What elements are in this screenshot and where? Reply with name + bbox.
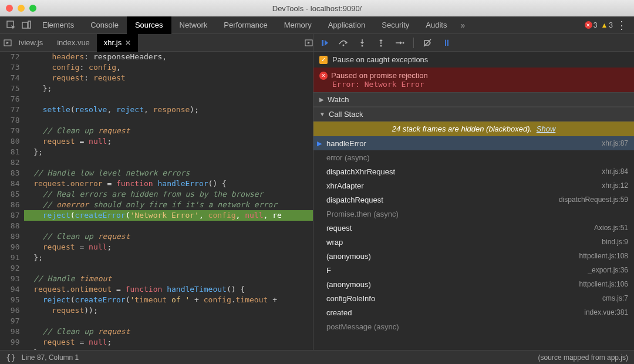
warning-badge[interactable]: ▲3 <box>601 21 613 29</box>
blackbox-notice: 24 stack frames are hidden (blackboxed).… <box>313 122 634 136</box>
sourcemap-info: (source mapped from app.js) <box>538 353 628 362</box>
callstack-section-header[interactable]: ▼ Call Stack <box>313 107 634 122</box>
zoom-window-button[interactable] <box>29 5 36 12</box>
svg-point-9 <box>403 42 404 43</box>
stack-async-boundary: postMessage (async) <box>313 319 634 333</box>
stack-frame[interactable]: wrapbind.js:9 <box>313 235 634 249</box>
stack-frame[interactable]: requestAxios.js:51 <box>313 221 634 235</box>
current-frame-icon: ▶ <box>317 140 322 147</box>
close-icon[interactable]: ✕ <box>125 39 131 47</box>
main-tab-security[interactable]: Security <box>373 16 417 34</box>
traffic-lights <box>6 5 36 12</box>
pretty-print-icon[interactable]: {} <box>6 353 16 362</box>
main-tab-elements[interactable]: Elements <box>34 16 82 34</box>
blackbox-show-link[interactable]: Show <box>537 124 556 133</box>
blackbox-message: 24 stack frames are hidden (blackboxed). <box>392 124 532 133</box>
deactivate-breakpoints-button[interactable] <box>421 36 434 49</box>
devtools-main-tabs: ElementsConsoleSourcesNetworkPerformance… <box>0 16 634 34</box>
error-icon: ✕ <box>319 72 328 80</box>
show-debugger-icon[interactable] <box>305 39 313 47</box>
cursor-position: Line 87, Column 1 <box>22 353 79 362</box>
main-tab-application[interactable]: Application <box>320 16 374 34</box>
stack-frame[interactable]: configRoleInfocms.js:7 <box>313 291 634 305</box>
checkbox-checked-icon[interactable]: ✓ <box>319 56 328 64</box>
debug-pane: ⏸ ✓ Pause on caught exceptions ✕Paused o… <box>313 34 634 350</box>
stack-frame[interactable]: dispatchRequestdispatchRequest.js:59 <box>313 193 634 207</box>
main-tab-audits[interactable]: Audits <box>417 16 455 34</box>
device-toolbar-icon[interactable] <box>19 18 34 33</box>
inspect-element-icon[interactable] <box>4 18 19 33</box>
paused-reason: Paused on promise rejection <box>331 71 428 80</box>
editor-statusbar: {} Line 87, Column 1 (source mapped from… <box>0 350 634 364</box>
watch-section-header[interactable]: ▶ Watch <box>313 92 634 107</box>
editor-pane: iview.jsindex.vuexhr.js✕ 727374757677787… <box>0 34 313 350</box>
paused-status: ✕Paused on promise rejection Error: Netw… <box>313 68 634 92</box>
more-tabs-icon[interactable]: » <box>455 18 470 33</box>
watch-label: Watch <box>328 95 349 104</box>
minimize-window-button[interactable] <box>18 5 25 12</box>
stack-async-boundary: Promise.then (async) <box>313 207 634 221</box>
code-editor[interactable]: 7273747576777879808182838485868788899091… <box>0 52 313 350</box>
resume-button[interactable] <box>318 36 331 49</box>
stack-async-boundary: error (async) <box>313 150 634 164</box>
main-tab-network[interactable]: Network <box>171 16 216 34</box>
error-badge[interactable]: ✕3 <box>585 21 598 29</box>
kebab-menu-icon[interactable]: ⋮ <box>613 19 630 32</box>
callstack-label: Call Stack <box>329 110 363 119</box>
debug-toolbar: ⏸ <box>313 34 634 52</box>
chevron-down-icon: ▼ <box>319 111 325 117</box>
file-tab[interactable]: index.vue <box>50 34 97 52</box>
stack-frame[interactable]: (anonymous)httpclient.js:108 <box>313 249 634 263</box>
file-tabs: iview.jsindex.vuexhr.js✕ <box>0 34 313 52</box>
pause-on-caught-label: Pause on caught exceptions <box>332 55 428 64</box>
stack-frame[interactable]: ▶handleErrorxhr.js:87 <box>313 136 634 150</box>
svg-rect-5 <box>322 40 323 46</box>
svg-rect-2 <box>28 21 31 28</box>
stack-frame[interactable]: xhrAdapterxhr.js:12 <box>313 178 634 193</box>
stack-frame[interactable]: F_export.js:36 <box>313 263 634 277</box>
step-out-button[interactable] <box>375 36 387 49</box>
step-button[interactable] <box>393 36 406 49</box>
main-tab-console[interactable]: Console <box>82 16 127 34</box>
pause-on-caught-row[interactable]: ✓ Pause on caught exceptions <box>313 52 634 68</box>
file-tab[interactable]: xhr.js✕ <box>97 34 138 52</box>
window-titlebar: DevTools - localhost:9090/ <box>0 0 634 16</box>
file-tab[interactable]: iview.js <box>12 34 50 52</box>
pause-on-exceptions-button[interactable]: ⏸ <box>440 36 453 49</box>
main-tab-sources[interactable]: Sources <box>127 16 171 34</box>
stack-frame[interactable]: createdindex.vue:381 <box>313 305 634 319</box>
chevron-right-icon: ▶ <box>319 96 324 103</box>
paused-error-detail: Error: Network Error <box>319 80 628 89</box>
step-over-button[interactable] <box>337 36 350 49</box>
window-title: DevTools - localhost:9090/ <box>0 4 634 13</box>
svg-point-8 <box>380 45 382 46</box>
main-tab-memory[interactable]: Memory <box>276 16 320 34</box>
call-stack-list: ▶handleErrorxhr.js:87error (async)dispat… <box>313 136 634 350</box>
stack-frame[interactable]: (anonymous)httpclient.js:106 <box>313 277 634 291</box>
line-gutter: 7273747576777879808182838485868788899091… <box>0 52 24 350</box>
warning-count: 3 <box>609 21 613 29</box>
svg-point-6 <box>343 44 345 46</box>
svg-rect-1 <box>22 22 28 28</box>
close-window-button[interactable] <box>6 5 13 12</box>
error-count: 3 <box>593 21 598 29</box>
stack-frame[interactable]: dispatchXhrRequestxhr.js:84 <box>313 164 634 178</box>
main-tab-performance[interactable]: Performance <box>215 16 275 34</box>
step-into-button[interactable] <box>356 36 369 49</box>
svg-point-7 <box>362 45 363 46</box>
show-navigator-icon[interactable] <box>4 39 12 47</box>
